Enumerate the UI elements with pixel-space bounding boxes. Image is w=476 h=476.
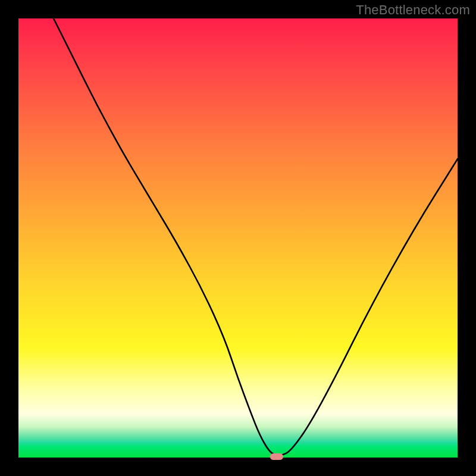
attribution-watermark: TheBottleneck.com [356, 2, 470, 18]
bottleneck-curve [18, 18, 458, 458]
plot-area [18, 18, 458, 458]
optimal-marker [270, 453, 283, 460]
chart-frame: TheBottleneck.com [0, 0, 476, 476]
